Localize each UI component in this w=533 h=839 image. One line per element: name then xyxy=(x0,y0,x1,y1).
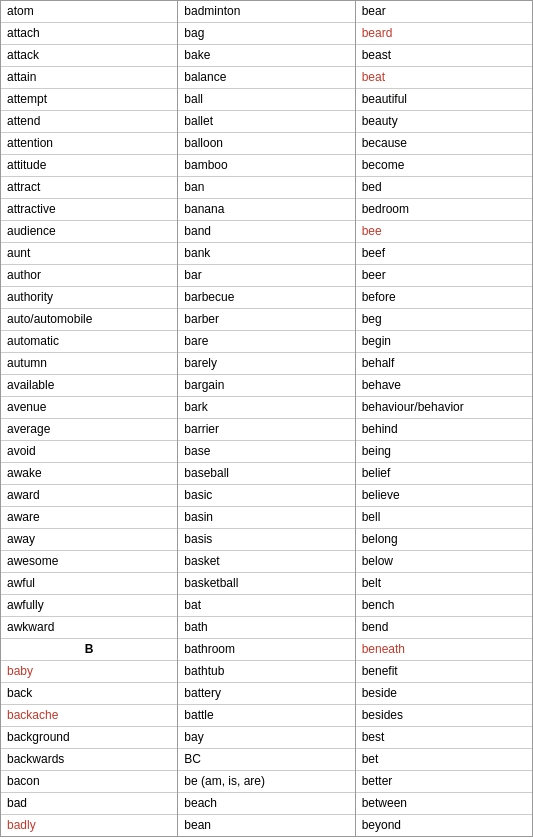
list-item: attain xyxy=(1,67,177,89)
list-item: bark xyxy=(178,397,354,419)
list-item: ballet xyxy=(178,111,354,133)
list-item: beat xyxy=(356,67,532,89)
list-item: aunt xyxy=(1,243,177,265)
list-item: beer xyxy=(356,265,532,287)
list-item: band xyxy=(178,221,354,243)
list-item: bathroom xyxy=(178,639,354,661)
list-item: belong xyxy=(356,529,532,551)
list-item: basketball xyxy=(178,573,354,595)
list-item: badly xyxy=(1,815,177,836)
list-item: awesome xyxy=(1,551,177,573)
list-item: behalf xyxy=(356,353,532,375)
list-item: attend xyxy=(1,111,177,133)
column-1: atomattachattackattainattemptattendatten… xyxy=(0,0,178,837)
list-item: beyond xyxy=(356,815,532,836)
list-item: awful xyxy=(1,573,177,595)
list-item: beef xyxy=(356,243,532,265)
list-item: behave xyxy=(356,375,532,397)
list-item: beside xyxy=(356,683,532,705)
list-item: bare xyxy=(178,331,354,353)
list-item: bear xyxy=(356,1,532,23)
list-item: auto/automobile xyxy=(1,309,177,331)
list-item: battery xyxy=(178,683,354,705)
list-item: balloon xyxy=(178,133,354,155)
list-item: beast xyxy=(356,45,532,67)
list-item: baseball xyxy=(178,463,354,485)
list-item: bend xyxy=(356,617,532,639)
list-item: banana xyxy=(178,199,354,221)
list-item: benefit xyxy=(356,661,532,683)
list-item: become xyxy=(356,155,532,177)
list-item: bacon xyxy=(1,771,177,793)
list-item: attempt xyxy=(1,89,177,111)
list-item: better xyxy=(356,771,532,793)
list-item: bay xyxy=(178,727,354,749)
list-item: attack xyxy=(1,45,177,67)
list-item: below xyxy=(356,551,532,573)
list-item: ball xyxy=(178,89,354,111)
list-item: bathtub xyxy=(178,661,354,683)
list-item: bath xyxy=(178,617,354,639)
list-item: attract xyxy=(1,177,177,199)
list-item: basin xyxy=(178,507,354,529)
list-item: badminton xyxy=(178,1,354,23)
list-item: bet xyxy=(356,749,532,771)
list-item: back xyxy=(1,683,177,705)
list-item: backache xyxy=(1,705,177,727)
list-item: attention xyxy=(1,133,177,155)
list-item: bank xyxy=(178,243,354,265)
list-item: base xyxy=(178,441,354,463)
list-item: ban xyxy=(178,177,354,199)
list-item: best xyxy=(356,727,532,749)
list-item: between xyxy=(356,793,532,815)
list-item: avoid xyxy=(1,441,177,463)
list-item: basket xyxy=(178,551,354,573)
list-item: aware xyxy=(1,507,177,529)
list-item: bamboo xyxy=(178,155,354,177)
list-item: barely xyxy=(178,353,354,375)
column-2: badmintonbagbakebalanceballballetballoon… xyxy=(178,0,355,837)
list-item: bedroom xyxy=(356,199,532,221)
word-list-container: atomattachattackattainattemptattendatten… xyxy=(0,0,533,837)
list-item: besides xyxy=(356,705,532,727)
list-item: belt xyxy=(356,573,532,595)
list-item: bake xyxy=(178,45,354,67)
list-item: audience xyxy=(1,221,177,243)
list-item: begin xyxy=(356,331,532,353)
list-item: beauty xyxy=(356,111,532,133)
list-item: beg xyxy=(356,309,532,331)
list-item: before xyxy=(356,287,532,309)
list-item: behind xyxy=(356,419,532,441)
list-item: beautiful xyxy=(356,89,532,111)
list-item: baby xyxy=(1,661,177,683)
list-item: awkward xyxy=(1,617,177,639)
list-item: beard xyxy=(356,23,532,45)
list-item: attractive xyxy=(1,199,177,221)
list-item: backwards xyxy=(1,749,177,771)
list-item: bean xyxy=(178,815,354,836)
list-item: bed xyxy=(356,177,532,199)
list-item: attitude xyxy=(1,155,177,177)
list-item: because xyxy=(356,133,532,155)
list-item: average xyxy=(1,419,177,441)
list-item: B xyxy=(1,639,177,661)
list-item: barrier xyxy=(178,419,354,441)
list-item: battle xyxy=(178,705,354,727)
list-item: BC xyxy=(178,749,354,771)
list-item: basis xyxy=(178,529,354,551)
column-3: bearbeardbeastbeatbeautifulbeautybecause… xyxy=(356,0,533,837)
list-item: believe xyxy=(356,485,532,507)
list-item: bad xyxy=(1,793,177,815)
list-item: available xyxy=(1,375,177,397)
list-item: barber xyxy=(178,309,354,331)
list-item: basic xyxy=(178,485,354,507)
list-item: bee xyxy=(356,221,532,243)
list-item: bar xyxy=(178,265,354,287)
list-item: be (am, is, are) xyxy=(178,771,354,793)
list-item: bag xyxy=(178,23,354,45)
list-item: beach xyxy=(178,793,354,815)
list-item: behaviour/behavior xyxy=(356,397,532,419)
list-item: awake xyxy=(1,463,177,485)
list-item: background xyxy=(1,727,177,749)
list-item: automatic xyxy=(1,331,177,353)
